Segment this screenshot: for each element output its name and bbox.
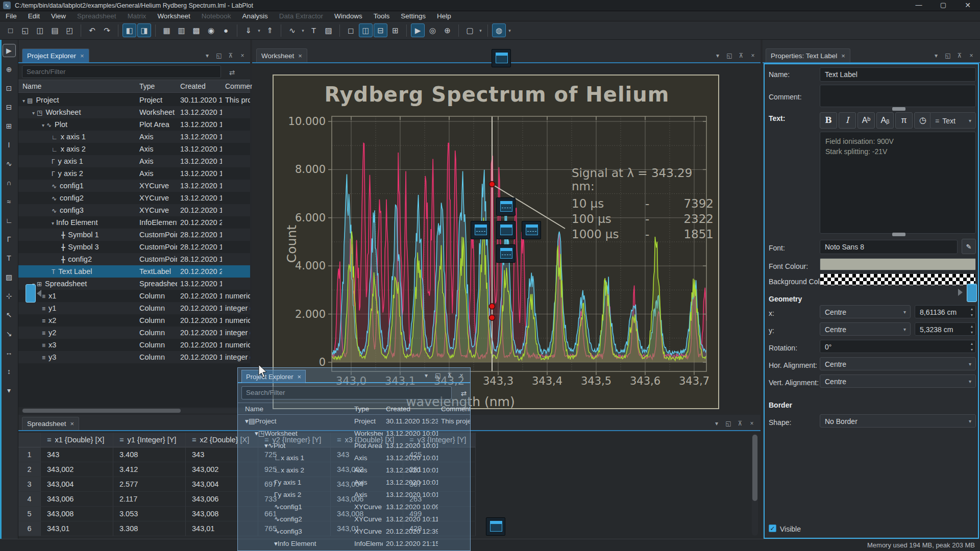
- close-icon[interactable]: ×: [841, 52, 845, 60]
- tree-row-x1[interactable]: ≡x1Column20.12.2020 12:39numerical: [18, 290, 250, 302]
- close-icon[interactable]: ×: [80, 52, 84, 60]
- cell-x1-row1[interactable]: 343: [41, 447, 113, 462]
- tree-row-y-axis-1[interactable]: Γy axis 1Axis13.12.2020 10:01: [238, 477, 471, 489]
- dock-close-icon[interactable]: ×: [748, 420, 755, 427]
- x-value-spinbox[interactable]: 8,61136 cm▴▾: [915, 305, 976, 318]
- tree-row-y-axis-2[interactable]: Γy axis 2Axis13.12.2020 10:01: [18, 167, 250, 180]
- vert-alignment-combo[interactable]: Centre▾: [820, 374, 976, 388]
- comment-field[interactable]: [820, 85, 976, 107]
- tree-row-x2[interactable]: ≡x2Column20.12.2020 13:55numerical: [18, 314, 250, 327]
- histogram-icon[interactable]: ∩: [3, 176, 16, 189]
- text-cursor-icon[interactable]: I: [3, 138, 16, 152]
- tree-row-config3[interactable]: ∿config3XYCurve20.12.2020 12:39: [18, 204, 250, 216]
- column-header-name[interactable]: Name: [22, 80, 135, 93]
- cell-y1-row5[interactable]: 3.053: [113, 507, 186, 521]
- break-layout-icon[interactable]: ◻: [344, 23, 358, 37]
- zoom-out-region-icon[interactable]: ↘: [3, 327, 16, 340]
- xy-curve-icon[interactable]: ∿: [3, 157, 16, 170]
- font-colour-swatch[interactable]: [820, 258, 976, 270]
- column-header-created[interactable]: Created: [180, 80, 221, 93]
- menu-edit[interactable]: Edit: [22, 11, 45, 21]
- menu-analysis[interactable]: Analysis: [236, 11, 273, 21]
- menu-help[interactable]: Help: [431, 11, 457, 21]
- print-preview-icon[interactable]: ◰: [63, 23, 77, 37]
- cell-y1-row4[interactable]: 2.117: [113, 492, 186, 507]
- tree-header[interactable]: NameTypeCreatedComment: [18, 80, 250, 93]
- cell-x1-row6[interactable]: 343,01: [41, 521, 113, 536]
- fourier-curve-icon[interactable]: ≈: [3, 195, 16, 208]
- more-tools-icon[interactable]: ▾: [3, 384, 16, 397]
- open-project-icon[interactable]: ◱: [18, 23, 32, 37]
- import-icon[interactable]: ⇓: [241, 23, 255, 37]
- dock-menu-icon[interactable]: ▾: [423, 372, 430, 379]
- tree-row-config2[interactable]: ∿config2XYCurve13.12.2020 10:11: [238, 513, 471, 525]
- save-project-icon[interactable]: ◫: [33, 23, 47, 37]
- tree-row-x-axis-2[interactable]: ∟x axis 2Axis13.12.2020 10:01: [238, 464, 471, 477]
- column-header-x1[interactable]: ≡x1 {Double} [X]: [41, 433, 113, 447]
- custom-point-icon[interactable]: ⊹: [3, 289, 16, 303]
- column-header-name[interactable]: Name: [245, 403, 350, 415]
- maximize-button[interactable]: ▢: [931, 0, 955, 11]
- menu-windows[interactable]: Windows: [329, 11, 368, 21]
- resize-grip[interactable]: [892, 107, 905, 111]
- filter-toggle-icon[interactable]: ⇄: [461, 388, 467, 400]
- dock-pin-icon[interactable]: ⊼: [956, 52, 963, 59]
- close-icon[interactable]: ×: [298, 52, 302, 60]
- redo-icon[interactable]: ↷: [100, 23, 114, 37]
- text-edit-area[interactable]: Field ionisation: 900V Stark splitting: …: [820, 132, 976, 234]
- rotation-spinbox[interactable]: 0°▴▾: [820, 340, 976, 353]
- tree-row-y-axis-1[interactable]: Γy axis 1Axis13.12.2020 10:01: [18, 155, 250, 167]
- expand-arrow-icon[interactable]: ▾: [274, 540, 278, 547]
- export-icon[interactable]: ⇑: [263, 23, 277, 37]
- datetime-icon[interactable]: ◷: [914, 112, 932, 129]
- menu-settings[interactable]: Settings: [395, 11, 431, 21]
- cell-y1-row1[interactable]: 3.408: [113, 447, 186, 462]
- dock-pin-icon[interactable]: ⊼: [737, 420, 744, 427]
- vertical-layout-icon[interactable]: ◫: [359, 23, 373, 37]
- expand-arrow-icon[interactable]: ▾: [42, 122, 44, 128]
- row-header-1[interactable]: 1: [18, 447, 41, 462]
- background-colour-swatch[interactable]: [820, 273, 976, 286]
- add-text-label-icon[interactable]: T: [307, 23, 321, 37]
- font-edit-button[interactable]: ✎: [962, 239, 976, 254]
- cell-y1-row2[interactable]: 3.412: [113, 462, 186, 477]
- search-input[interactable]: Search/Filter ⇄: [241, 386, 452, 399]
- dock-menu-icon[interactable]: ▾: [714, 52, 721, 59]
- tree-row-symbol-1[interactable]: ╋Symbol 1CustomPoint28.12.2020 10:06: [18, 229, 250, 241]
- filter-toggle-icon[interactable]: ⇄: [229, 67, 235, 79]
- new-spreadsheet-icon[interactable]: ▥: [175, 23, 188, 37]
- menu-tools[interactable]: Tools: [368, 11, 396, 21]
- add-plot-icon[interactable]: ∿: [285, 23, 299, 37]
- search-input[interactable]: Search/Filter ⇄: [22, 65, 221, 78]
- cell-y1-row3[interactable]: 2.577: [113, 477, 186, 492]
- print-icon[interactable]: ▤: [48, 23, 62, 37]
- magnification-icon[interactable]: ◍: [492, 23, 506, 37]
- symbols-icon[interactable]: π: [895, 112, 913, 129]
- zone-select-icon[interactable]: ▢: [463, 23, 477, 37]
- expand-arrow-icon[interactable]: ▾: [52, 220, 54, 226]
- tree-row-config1[interactable]: ∿config1XYCurve13.12.2020 10:09: [238, 501, 471, 513]
- crosshair-mode-icon[interactable]: ◎: [426, 23, 439, 37]
- tree-row-project[interactable]: ▾▤ProjectProject30.11.2020 15:23This pro…: [18, 94, 250, 106]
- row-header-3[interactable]: 3: [18, 477, 41, 492]
- cell-x1-row5[interactable]: 343,008: [41, 507, 113, 521]
- tree-row-config2[interactable]: ╋config2CustomPoint28.12.2020 10:06: [18, 253, 250, 265]
- tab-spreadsheet[interactable]: Spreadsheet ×: [22, 417, 79, 430]
- subscript-icon[interactable]: Aᵦ: [876, 112, 894, 129]
- dock-pin-icon[interactable]: ⊼: [446, 372, 453, 379]
- y-value-spinbox[interactable]: 5,3238 cm▴▾: [915, 322, 976, 336]
- dock-float-icon[interactable]: ◱: [434, 372, 442, 379]
- select-mode-icon[interactable]: ▶: [411, 23, 425, 37]
- column-header-y1[interactable]: ≡y1 {Integer} [Y]: [113, 433, 186, 447]
- border-shape-combo[interactable]: No Border▾: [820, 414, 976, 428]
- text-frame-icon[interactable]: T: [3, 252, 16, 265]
- tree-row-info-element[interactable]: ▾Info ElementInfoElement20.12.2020 21:15: [18, 216, 250, 229]
- row-header-4[interactable]: 4: [18, 492, 41, 507]
- worksheet-canvas[interactable]: Rydberg Spectrum of Helium 343,0343,1343…: [273, 74, 719, 409]
- expand-arrow-icon[interactable]: ▾: [255, 430, 258, 437]
- row-header-6[interactable]: 6: [18, 521, 41, 536]
- column-header-type[interactable]: Type: [354, 403, 382, 415]
- resize-grip[interactable]: [892, 233, 905, 236]
- tile-windows-icon[interactable]: ◨: [137, 23, 151, 37]
- expand-arrow-icon[interactable]: ▾: [22, 98, 25, 104]
